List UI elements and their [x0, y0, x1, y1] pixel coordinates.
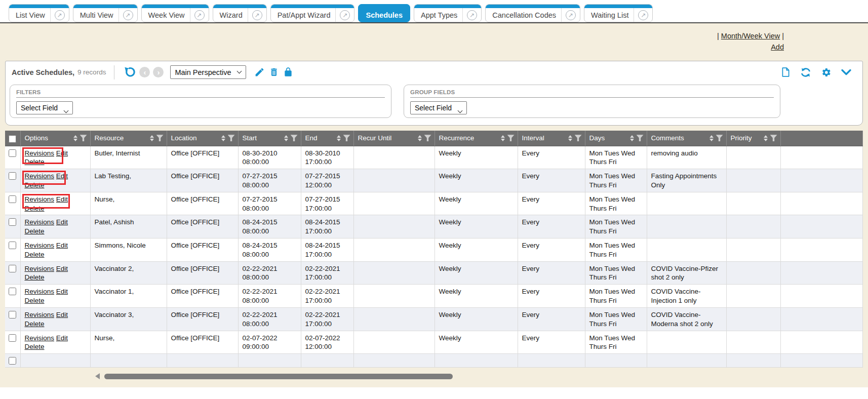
new-document-icon[interactable]: [780, 66, 791, 78]
sort-icon[interactable]: [418, 135, 422, 141]
delete-perspective-icon[interactable]: [269, 67, 279, 77]
filter-funnel-icon[interactable]: [228, 135, 235, 141]
previous-page-icon[interactable]: ‹: [139, 67, 150, 77]
tab-multi-view[interactable]: Multi View ↗: [73, 4, 138, 22]
delete-link[interactable]: Delete: [25, 343, 45, 350]
edit-link[interactable]: Edit: [56, 288, 68, 295]
row-checkbox[interactable]: [9, 265, 16, 272]
undo-icon[interactable]: [123, 66, 136, 78]
scrollbar-thumb[interactable]: [104, 374, 453, 379]
column-header-resource[interactable]: Resource: [90, 131, 167, 146]
sort-icon[interactable]: [221, 135, 225, 141]
delete-link[interactable]: Delete: [25, 273, 45, 281]
edit-perspective-icon[interactable]: [254, 67, 265, 77]
filter-funnel-icon[interactable]: [716, 135, 723, 141]
external-link-icon[interactable]: ↗: [467, 10, 477, 20]
row-checkbox[interactable]: [9, 242, 16, 249]
sort-icon[interactable]: [764, 135, 768, 141]
edit-link[interactable]: Edit: [56, 172, 68, 180]
filter-funnel-icon[interactable]: [770, 135, 777, 141]
external-link-icon[interactable]: ↗: [194, 10, 205, 20]
row-checkbox[interactable]: [9, 311, 16, 318]
tab-cancellation-codes[interactable]: Cancellation Codes ↗: [485, 4, 580, 22]
tab-week-view[interactable]: Week View ↗: [141, 4, 209, 22]
external-link-icon[interactable]: ↗: [123, 10, 133, 20]
revisions-link[interactable]: Revisions: [25, 288, 55, 295]
sort-icon[interactable]: [337, 135, 341, 141]
collapse-chevron-icon[interactable]: [840, 68, 852, 77]
sort-icon[interactable]: [568, 135, 572, 141]
edit-link[interactable]: Edit: [56, 311, 68, 318]
external-link-icon[interactable]: ↗: [638, 10, 648, 20]
tab-schedules[interactable]: Schedules: [358, 4, 410, 22]
filter-funnel-icon[interactable]: [343, 135, 350, 141]
edit-link[interactable]: Edit: [56, 149, 68, 157]
tab-pat-appt-wizard[interactable]: Pat/Appt Wizard ↗: [270, 4, 355, 22]
edit-link[interactable]: Edit: [56, 218, 68, 226]
revisions-link[interactable]: Revisions: [25, 265, 55, 272]
tab-appt-types[interactable]: Appt Types ↗: [414, 4, 482, 22]
tab-wizard[interactable]: Wizard ↗: [213, 4, 267, 22]
sort-icon[interactable]: [709, 135, 714, 141]
group-field-select[interactable]: Select Field: [410, 101, 467, 114]
column-header-recurrence[interactable]: Recurrence: [435, 131, 518, 146]
delete-link[interactable]: Delete: [25, 227, 45, 235]
external-link-icon[interactable]: ↗: [566, 10, 576, 20]
delete-link[interactable]: Delete: [25, 158, 45, 166]
column-header-priority[interactable]: Priority: [726, 131, 780, 146]
external-link-icon[interactable]: ↗: [340, 10, 350, 20]
row-checkbox[interactable]: [9, 334, 16, 342]
filter-funnel-icon[interactable]: [424, 135, 431, 141]
row-checkbox[interactable]: [9, 172, 16, 180]
filter-funnel-icon[interactable]: [575, 135, 582, 141]
edit-link[interactable]: Edit: [56, 242, 68, 249]
sort-icon[interactable]: [630, 135, 634, 141]
filter-funnel-icon[interactable]: [80, 135, 87, 141]
edit-link[interactable]: Edit: [56, 195, 68, 203]
row-checkbox[interactable]: [9, 288, 16, 295]
delete-link[interactable]: Delete: [25, 320, 45, 328]
column-header-location[interactable]: Location: [167, 131, 238, 146]
select-all-checkbox[interactable]: [9, 135, 16, 143]
add-link[interactable]: Add: [771, 43, 784, 51]
sort-icon[interactable]: [73, 135, 77, 141]
column-header-days[interactable]: Days: [585, 131, 647, 146]
delete-link[interactable]: Delete: [25, 251, 45, 258]
month-week-view-link[interactable]: Month/Week View: [721, 32, 780, 40]
filter-funnel-icon[interactable]: [507, 135, 515, 141]
revisions-link[interactable]: Revisions: [25, 195, 55, 203]
row-checkbox[interactable]: [9, 149, 16, 157]
tab-list-view[interactable]: List View ↗: [9, 4, 69, 22]
filter-funnel-icon[interactable]: [637, 135, 644, 141]
sort-icon[interactable]: [501, 135, 505, 141]
revisions-link[interactable]: Revisions: [25, 172, 55, 180]
column-header-interval[interactable]: Interval: [518, 131, 585, 146]
external-link-icon[interactable]: ↗: [252, 10, 262, 20]
next-page-icon[interactable]: ›: [153, 67, 164, 77]
tab-waiting-list[interactable]: Waiting List ↗: [584, 4, 653, 22]
delete-link[interactable]: Delete: [25, 181, 45, 189]
refresh-icon[interactable]: [800, 67, 812, 78]
filter-funnel-icon[interactable]: [156, 135, 164, 141]
settings-gear-icon[interactable]: [820, 67, 832, 78]
edit-link[interactable]: Edit: [56, 334, 68, 342]
delete-link[interactable]: Delete: [25, 297, 45, 304]
sort-icon[interactable]: [284, 135, 288, 141]
horizontal-scrollbar[interactable]: [95, 373, 868, 379]
filter-funnel-icon[interactable]: [291, 135, 298, 141]
revisions-link[interactable]: Revisions: [25, 149, 55, 157]
column-header-options[interactable]: Options: [20, 131, 90, 146]
row-checkbox[interactable]: [9, 218, 16, 226]
row-checkbox[interactable]: [9, 357, 16, 365]
column-header-end[interactable]: End: [301, 131, 353, 146]
edit-link[interactable]: Edit: [56, 265, 68, 272]
external-link-icon[interactable]: ↗: [55, 10, 65, 20]
column-header-start[interactable]: Start: [238, 131, 301, 146]
delete-link[interactable]: Delete: [25, 205, 45, 212]
revisions-link[interactable]: Revisions: [25, 218, 55, 226]
scroll-left-icon[interactable]: [95, 373, 100, 379]
row-checkbox[interactable]: [9, 195, 16, 203]
perspective-select[interactable]: Main Perspective: [170, 65, 246, 79]
filters-field-select[interactable]: Select Field: [16, 101, 73, 114]
column-header-recur-until[interactable]: Recur Until: [353, 131, 435, 146]
